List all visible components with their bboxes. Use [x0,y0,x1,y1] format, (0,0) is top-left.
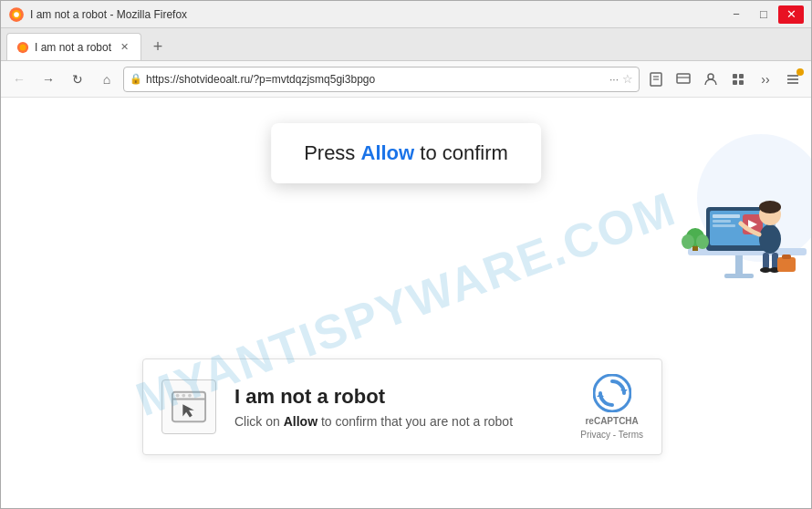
tab-label: I am not a robot [35,41,111,54]
title-bar-controls: − □ ✕ [724,5,804,24]
svg-point-42 [696,234,709,249]
svg-marker-50 [620,390,628,393]
nav-bar: ← → ↻ ⌂ 🔒 https://shotvideoalt.ru/?p=mvt… [1,61,811,98]
title-bar: I am not a robot - Mozilla Firefox − □ ✕ [1,1,811,28]
allow-word: Allow [360,141,414,164]
captcha-subtitle-text2: to confirm that you are not a robot [318,414,513,429]
svg-rect-24 [713,214,740,218]
svg-rect-38 [782,254,791,259]
svg-point-10 [708,74,713,79]
more-tools-button[interactable]: ›› [753,67,778,92]
svg-rect-12 [739,74,744,78]
tab-close-button[interactable]: ✕ [117,40,131,55]
press-allow-text1: Press [304,141,360,164]
svg-rect-8 [677,74,690,83]
reload-button[interactable]: ↻ [65,67,90,92]
press-allow-box: Press Allow to confirm [271,123,541,183]
captcha-text-area: I am not a robot Click on Allow to confi… [234,385,562,429]
captcha-subtitle-text1: Click on [234,414,284,429]
svg-point-47 [188,394,192,398]
maximize-button[interactable]: □ [751,5,776,24]
svg-point-2 [14,12,19,17]
home-button[interactable]: ⌂ [94,67,120,92]
address-bar[interactable]: 🔒 https://shotvideoalt.ru/?p=mvtdqzjsmq5… [123,67,640,92]
svg-rect-33 [763,253,769,269]
close-button[interactable]: ✕ [778,5,804,24]
extensions-icon[interactable] [725,67,751,92]
svg-rect-14 [739,80,744,85]
tab-favicon-icon [16,41,29,54]
svg-rect-37 [777,257,796,272]
svg-rect-25 [713,220,731,223]
captcha-title: I am not a robot [234,385,562,409]
svg-point-46 [182,394,185,398]
recaptcha-card: I am not a robot Click on Allow to confi… [142,358,662,455]
new-tab-button[interactable]: + [145,35,171,58]
svg-point-4 [20,44,26,50]
svg-point-45 [176,394,180,398]
window-title: I am not a robot - Mozilla Firefox [30,8,187,21]
url-text: https://shotvideoalt.ru/?p=mvtdqzjsmq5gi… [146,73,606,86]
captcha-subtitle: Click on Allow to confirm that you are n… [234,414,562,429]
bookmarks-icon[interactable] [643,67,669,92]
captcha-icon-box [161,379,216,434]
back-button[interactable]: ← [6,67,32,92]
svg-rect-26 [713,224,735,227]
desk-illustration [633,107,811,353]
lock-icon: 🔒 [130,73,142,85]
menu-button[interactable] [780,67,806,92]
title-bar-left: I am not a robot - Mozilla Firefox [8,6,187,23]
profile-icon[interactable] [698,67,724,92]
synced-tabs-icon[interactable] [671,67,696,92]
recaptcha-label: reCAPTCHA [585,416,638,426]
active-tab[interactable]: I am not a robot ✕ [6,33,141,60]
more-icon: ··· [609,73,619,86]
nav-right: ›› [643,67,806,92]
svg-point-30 [759,224,781,254]
recaptcha-logo-area: reCAPTCHA Privacy - Terms [580,374,643,440]
svg-point-32 [759,201,781,213]
svg-point-41 [682,234,694,249]
svg-rect-13 [733,80,737,85]
svg-rect-20 [735,255,743,274]
minimize-button[interactable]: − [724,5,749,24]
forward-button[interactable]: → [36,67,61,92]
svg-rect-11 [733,74,737,78]
page-content: MYANTISPYWARE.COM Press Allow to confirm [1,98,811,509]
svg-rect-21 [724,274,754,278]
recaptcha-links[interactable]: Privacy - Terms [580,430,643,440]
bookmark-icon[interactable]: ☆ [622,72,633,86]
svg-marker-51 [597,393,604,397]
press-allow-text2: to confirm [414,141,508,164]
svg-rect-34 [772,253,778,269]
tab-bar: I am not a robot ✕ + [1,28,811,61]
captcha-allow-word: Allow [284,414,318,429]
firefox-icon [8,6,25,23]
